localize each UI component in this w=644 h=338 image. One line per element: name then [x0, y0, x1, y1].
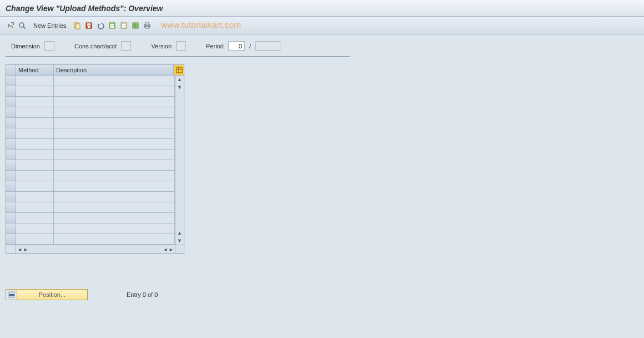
table-view-icon[interactable]	[130, 21, 140, 31]
cell-description[interactable]	[54, 86, 175, 96]
scroll-down-icon[interactable]: ▼	[177, 238, 182, 243]
cell-method[interactable]	[16, 171, 54, 181]
scroll-up-icon[interactable]: ▲	[177, 230, 182, 236]
scroll-left-icon[interactable]: ◄	[17, 247, 22, 252]
toolbar: New Entries www.tutorialkart.com	[0, 17, 644, 34]
table-row	[6, 86, 175, 97]
row-selector[interactable]	[6, 160, 16, 170]
cell-method[interactable]	[16, 97, 54, 107]
cell-method[interactable]	[16, 76, 54, 86]
period-slash: /	[249, 43, 251, 49]
cell-method[interactable]	[16, 223, 54, 233]
cell-method[interactable]	[16, 139, 54, 149]
row-selector[interactable]	[6, 150, 16, 160]
row-selector[interactable]	[6, 107, 16, 117]
table-header: Method Description	[6, 65, 184, 76]
dimension-input[interactable]	[44, 41, 54, 51]
version-input[interactable]	[176, 41, 186, 51]
row-selector[interactable]	[6, 181, 16, 191]
cons-input[interactable]	[121, 41, 131, 51]
svg-rect-10	[110, 27, 114, 28]
table-row	[6, 107, 175, 118]
cell-description[interactable]	[54, 202, 175, 212]
row-selector[interactable]	[6, 128, 16, 138]
watermark-text: www.tutorialkart.com	[161, 20, 241, 29]
scroll-right-icon[interactable]: ►	[23, 247, 28, 252]
row-selector[interactable]	[6, 139, 16, 149]
cell-description[interactable]	[54, 223, 175, 233]
table-body: ▲ ▼ ▲ ▼	[6, 76, 184, 245]
print-icon[interactable]	[142, 21, 152, 31]
scroll-left-icon[interactable]: ◄	[163, 247, 168, 252]
find-icon[interactable]	[17, 21, 27, 31]
cell-method[interactable]	[16, 128, 54, 138]
cell-description[interactable]	[54, 150, 175, 160]
cell-description[interactable]	[54, 107, 175, 117]
cell-method[interactable]	[16, 234, 54, 244]
table-row	[6, 118, 175, 128]
cell-description[interactable]	[54, 192, 175, 202]
cell-description[interactable]	[54, 213, 175, 223]
horizontal-scrollbar[interactable]: ◄ ► ◄ ►	[6, 245, 184, 254]
row-selector[interactable]	[6, 118, 16, 128]
deselect-all-icon[interactable]	[119, 21, 129, 31]
row-selector[interactable]	[6, 223, 16, 233]
cell-method[interactable]	[16, 86, 54, 96]
svg-rect-21	[177, 67, 182, 73]
table-row	[6, 150, 175, 160]
table-row	[6, 128, 175, 139]
row-selector[interactable]	[6, 192, 16, 202]
cell-description[interactable]	[54, 128, 175, 138]
scroll-right-icon[interactable]: ►	[169, 247, 174, 252]
cell-method[interactable]	[16, 118, 54, 128]
row-selector[interactable]	[6, 76, 16, 86]
cell-description[interactable]	[54, 139, 175, 149]
scroll-up-icon[interactable]: ▲	[177, 77, 182, 82]
position-label: Position...	[17, 291, 87, 298]
version-label: Version	[151, 43, 172, 49]
cell-method[interactable]	[16, 160, 54, 170]
period-input[interactable]	[228, 41, 245, 51]
toggle-display-icon[interactable]	[6, 21, 16, 31]
copy-icon[interactable]	[72, 21, 82, 31]
row-selector[interactable]	[6, 234, 16, 244]
row-selector-header[interactable]	[6, 65, 16, 75]
col-header-method[interactable]: Method	[16, 65, 54, 75]
cell-description[interactable]	[54, 181, 175, 191]
new-entries-button[interactable]: New Entries	[29, 21, 71, 30]
cell-method[interactable]	[16, 181, 54, 191]
svg-rect-8	[110, 24, 114, 25]
cell-method[interactable]	[16, 107, 54, 117]
period-year-input[interactable]	[255, 41, 280, 51]
vertical-scrollbar[interactable]: ▲ ▼ ▲ ▼	[175, 76, 184, 245]
position-button[interactable]: Position...	[6, 289, 88, 300]
col-header-description[interactable]: Description	[54, 65, 174, 75]
svg-rect-19	[145, 23, 149, 25]
cell-description[interactable]	[54, 97, 175, 107]
row-selector[interactable]	[6, 202, 16, 212]
svg-rect-9	[110, 26, 114, 27]
save-icon[interactable]	[84, 21, 94, 31]
cell-method[interactable]	[16, 202, 54, 212]
cell-method[interactable]	[16, 213, 54, 223]
row-selector[interactable]	[6, 171, 16, 181]
title-bar: Change View "Upload Methods": Overview	[0, 0, 644, 17]
table-row	[6, 139, 175, 150]
row-selector[interactable]	[6, 213, 16, 223]
cell-method[interactable]	[16, 150, 54, 160]
cell-description[interactable]	[54, 171, 175, 181]
cell-description[interactable]	[54, 76, 175, 86]
period-label: Period	[206, 43, 224, 49]
row-selector[interactable]	[6, 86, 16, 96]
table-config-icon[interactable]	[174, 65, 184, 75]
undo-icon[interactable]	[95, 21, 105, 31]
scroll-down-icon[interactable]: ▼	[177, 84, 182, 90]
cell-description[interactable]	[54, 118, 175, 128]
row-selector[interactable]	[6, 97, 16, 107]
cell-method[interactable]	[16, 192, 54, 202]
cell-description[interactable]	[54, 234, 175, 244]
svg-rect-12	[122, 24, 125, 25]
cell-description[interactable]	[54, 160, 175, 170]
select-all-icon[interactable]	[107, 21, 117, 31]
table-row	[6, 181, 175, 192]
